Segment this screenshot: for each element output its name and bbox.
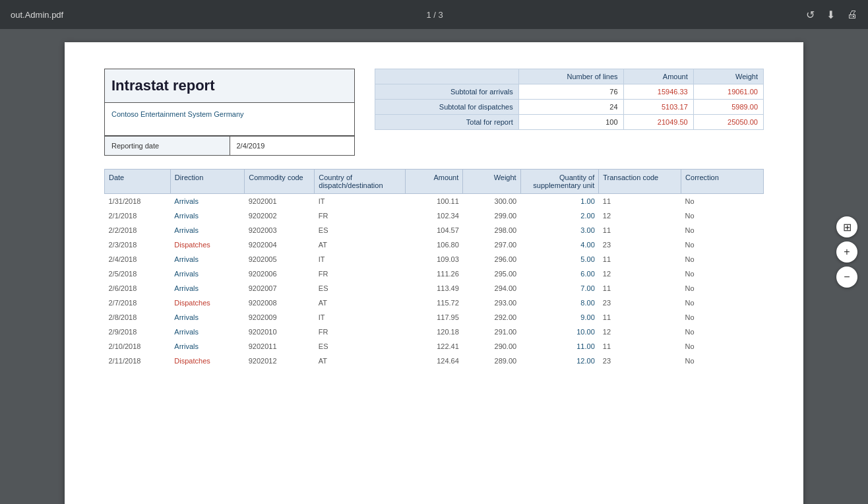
table-cell: 9202008 bbox=[245, 296, 315, 310]
reporting-date-value: 2/4/2019 bbox=[230, 137, 355, 155]
table-cell: 11 bbox=[599, 310, 681, 325]
table-cell: 2/5/2018 bbox=[105, 267, 171, 281]
table-cell: 23 bbox=[599, 237, 681, 252]
table-row: 1/31/2018Arrivals9202001IT100.11300.001.… bbox=[105, 194, 764, 209]
table-cell: No bbox=[681, 296, 764, 310]
th-txn: Transaction code bbox=[599, 170, 681, 194]
table-cell: 2/8/2018 bbox=[105, 310, 171, 325]
table-cell: AT bbox=[315, 237, 406, 252]
toolbar-right: ↺ ⬇ 🖨 bbox=[806, 9, 857, 21]
reporting-date-label: Reporting date bbox=[105, 137, 230, 155]
company-cell: Contoso Entertainment System Germany bbox=[105, 103, 354, 136]
table-cell: 299.00 bbox=[463, 208, 520, 223]
table-cell: 23 bbox=[599, 296, 681, 310]
zoom-controls: ⊞ + − bbox=[836, 216, 857, 288]
table-cell: Arrivals bbox=[170, 208, 244, 223]
th-qty: Quantity of supplementary unit bbox=[520, 170, 599, 194]
table-cell: 5.00 bbox=[520, 252, 599, 267]
table-cell: 291.00 bbox=[463, 325, 520, 339]
zoom-fit-button[interactable]: ⊞ bbox=[836, 216, 857, 237]
table-cell: Arrivals bbox=[170, 281, 244, 296]
table-cell: 295.00 bbox=[463, 267, 520, 281]
th-correction: Correction bbox=[681, 170, 764, 194]
pdf-page: Intrastat report Contoso Entertainment S… bbox=[65, 42, 803, 504]
table-cell: 1.00 bbox=[520, 194, 599, 209]
table-cell: 296.00 bbox=[463, 252, 520, 267]
th-commodity: Commodity code bbox=[245, 170, 315, 194]
table-cell: ES bbox=[315, 281, 406, 296]
download-icon[interactable]: ⬇ bbox=[826, 9, 835, 21]
print-icon[interactable]: 🖨 bbox=[847, 9, 857, 20]
table-cell: No bbox=[681, 339, 764, 354]
table-cell: 9202003 bbox=[245, 223, 315, 237]
th-weight: Weight bbox=[463, 170, 520, 194]
table-cell: No bbox=[681, 208, 764, 223]
table-cell: 294.00 bbox=[463, 281, 520, 296]
reporting-date-row: Reporting date 2/4/2019 bbox=[105, 136, 354, 155]
table-cell: 2/4/2018 bbox=[105, 252, 171, 267]
table-row: 2/11/2018Dispatches9202012AT124.64289.00… bbox=[105, 354, 764, 368]
zoom-out-button[interactable]: − bbox=[836, 267, 857, 288]
table-cell: No bbox=[681, 310, 764, 325]
table-cell: 9202007 bbox=[245, 281, 315, 296]
table-row: 2/3/2018Dispatches9202004AT106.80297.004… bbox=[105, 237, 764, 252]
table-cell: IT bbox=[315, 310, 406, 325]
table-cell: 9.00 bbox=[520, 310, 599, 325]
table-row: 2/1/2018Arrivals9202002FR102.34299.002.0… bbox=[105, 208, 764, 223]
table-cell: 8.00 bbox=[520, 296, 599, 310]
table-cell: 300.00 bbox=[463, 194, 520, 209]
fit-icon: ⊞ bbox=[843, 221, 852, 234]
summary-row: Subtotal for dispatches245103.175989.00 bbox=[375, 100, 764, 115]
table-cell: Dispatches bbox=[170, 354, 244, 368]
table-cell: 11 bbox=[599, 339, 681, 354]
table-cell: 2.00 bbox=[520, 208, 599, 223]
plus-icon: + bbox=[844, 246, 850, 258]
table-cell: 7.00 bbox=[520, 281, 599, 296]
table-cell: 120.18 bbox=[405, 325, 462, 339]
toolbar-center: 1 / 3 bbox=[426, 10, 443, 20]
table-cell: 11 bbox=[599, 194, 681, 209]
report-title: Intrastat report bbox=[111, 77, 214, 94]
report-title-cell: Intrastat report bbox=[105, 69, 354, 103]
table-cell: 12 bbox=[599, 267, 681, 281]
table-cell: 104.57 bbox=[405, 223, 462, 237]
summary-row: Total for report10021049.5025050.00 bbox=[375, 115, 764, 130]
table-cell: ES bbox=[315, 223, 406, 237]
table-cell: Arrivals bbox=[170, 252, 244, 267]
zoom-in-button[interactable]: + bbox=[836, 241, 857, 263]
table-cell: 2/7/2018 bbox=[105, 296, 171, 310]
table-cell: 9202001 bbox=[245, 194, 315, 209]
table-row: 2/5/2018Arrivals9202006FR111.26295.006.0… bbox=[105, 267, 764, 281]
table-cell: 6.00 bbox=[520, 267, 599, 281]
table-cell: No bbox=[681, 267, 764, 281]
table-cell: 11 bbox=[599, 281, 681, 296]
table-cell: 2/3/2018 bbox=[105, 237, 171, 252]
header-left-panel: Intrastat report Contoso Entertainment S… bbox=[104, 69, 355, 156]
table-cell: 2/9/2018 bbox=[105, 325, 171, 339]
table-cell: 292.00 bbox=[463, 310, 520, 325]
table-cell: 9202004 bbox=[245, 237, 315, 252]
table-cell: 3.00 bbox=[520, 223, 599, 237]
summary-row-label: Total for report bbox=[375, 115, 519, 130]
table-cell: Arrivals bbox=[170, 267, 244, 281]
summary-row-weight: 19061.00 bbox=[693, 84, 763, 100]
table-header-row: Date Direction Commodity code Country of… bbox=[105, 170, 764, 194]
summary-header-lines: Number of lines bbox=[518, 69, 623, 84]
table-cell: No bbox=[681, 354, 764, 368]
table-cell: 9202009 bbox=[245, 310, 315, 325]
table-cell: FR bbox=[315, 267, 406, 281]
table-cell: IT bbox=[315, 194, 406, 209]
refresh-icon[interactable]: ↺ bbox=[806, 9, 815, 21]
table-cell: Arrivals bbox=[170, 223, 244, 237]
table-cell: ES bbox=[315, 339, 406, 354]
summary-row-weight: 5989.00 bbox=[693, 100, 763, 115]
table-cell: IT bbox=[315, 252, 406, 267]
table-cell: Arrivals bbox=[170, 310, 244, 325]
summary-header-amount: Amount bbox=[623, 69, 693, 84]
table-cell: 11.00 bbox=[520, 339, 599, 354]
summary-row-label: Subtotal for dispatches bbox=[375, 100, 519, 115]
table-cell: 122.41 bbox=[405, 339, 462, 354]
table-cell: 4.00 bbox=[520, 237, 599, 252]
report-header: Intrastat report Contoso Entertainment S… bbox=[104, 69, 764, 156]
table-cell: 124.64 bbox=[405, 354, 462, 368]
